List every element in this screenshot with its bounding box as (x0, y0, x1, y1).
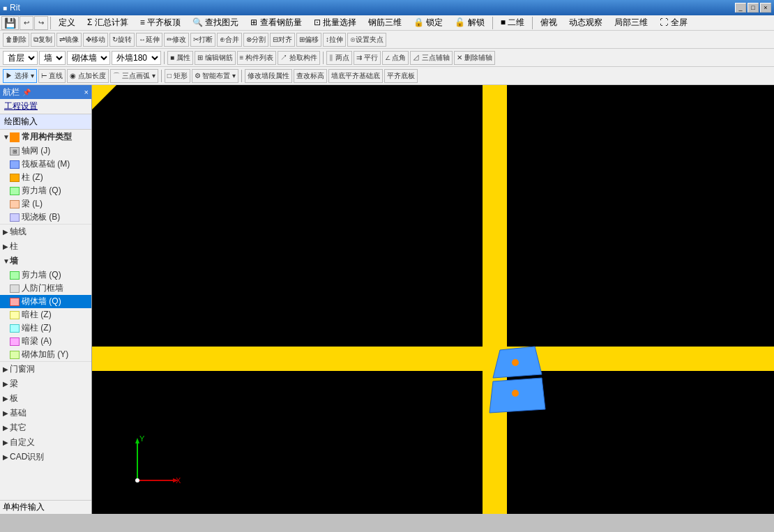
delete-btn[interactable]: 🗑删除 (3, 33, 29, 47)
extend-btn[interactable]: ↔延伸 (136, 33, 162, 47)
tree-root-wall[interactable]: ▼ 墙 (0, 254, 91, 268)
menu-steel-3d[interactable]: 钢筋三维 (363, 15, 407, 30)
check-elev-btn[interactable]: 查改标高 (294, 69, 327, 83)
tree-root-door[interactable]: ▶ 门窗洞 (0, 361, 91, 377)
rect-btn[interactable]: □ 矩形 (165, 69, 190, 83)
split-btn[interactable]: ⊗分割 (243, 33, 268, 47)
three-point-axis-btn[interactable]: ⊿ 三点辅轴 (410, 51, 453, 65)
tree-root-board2[interactable]: ▶ 板 (0, 391, 91, 406)
attr-btn[interactable]: ■ 属性 (167, 51, 193, 65)
tree-root-common[interactable]: ▼ 常用构件类型 (0, 130, 91, 144)
rotate-btn[interactable]: ↻旋转 (109, 33, 135, 47)
stretch-btn[interactable]: ↕拉伸 (323, 33, 346, 47)
tree-child-anliang[interactable]: 暗梁 (A) (0, 335, 91, 348)
bottom-input-btn[interactable]: 单构件输入 (0, 500, 91, 514)
tree-root-beam2[interactable]: ▶ 梁 (0, 377, 91, 391)
tree-child-shearwall[interactable]: 剪力墙 (Q) (0, 184, 91, 197)
menu-top-view[interactable]: 俯视 (535, 15, 563, 30)
set-handle-btn[interactable]: ⊙设置夹点 (347, 33, 386, 47)
mirror-btn[interactable]: ⇌镜像 (56, 33, 82, 47)
minimize-button[interactable]: _ (735, 3, 746, 13)
tree-root-foundation[interactable]: ▶ 基础 (0, 406, 91, 420)
mod-wall-attr-btn[interactable]: 修改墙段属性 (245, 69, 292, 83)
tree-child-beam[interactable]: 梁 (L) (0, 197, 91, 211)
point-len-btn[interactable]: ◉ 点加长度 (67, 69, 109, 83)
tree-root-cad[interactable]: ▶ CAD识别 (0, 450, 91, 464)
menu-dynamic[interactable]: 动态观察 (563, 15, 608, 30)
tree-child-shearwall2[interactable]: 剪力墙 (Q) (0, 268, 91, 282)
svg-point-3 (512, 390, 519, 397)
tree-child-duanzhu[interactable]: 端柱 (Z) (0, 321, 91, 335)
move-btn[interactable]: ✥移动 (83, 33, 108, 47)
tree-root-custom[interactable]: ▶ 自定义 (0, 435, 91, 450)
menu-2d[interactable]: ■ 二维 (495, 15, 531, 30)
menu-batch-select[interactable]: ⊡ 批量选择 (308, 15, 362, 30)
tree-child-anzu[interactable]: 暗柱 (Z) (0, 308, 91, 321)
select-btn[interactable]: ▶ 选择 ▾ (3, 69, 37, 83)
menu-define[interactable]: 定义 (53, 15, 81, 30)
parallel-btn[interactable]: ⇉ 平行 (354, 51, 381, 65)
two-point-btn[interactable]: ∥ 两点 (326, 51, 352, 65)
menu-find[interactable]: 🔍 查找图元 (187, 15, 244, 30)
align-floor-btn[interactable]: 平齐底板 (384, 69, 418, 83)
three-arc-btn[interactable]: ⌒ 三点画弧 ▾ (110, 69, 158, 83)
sep2 (492, 17, 493, 29)
del-axis-btn[interactable]: ✕ 删除辅轴 (454, 51, 495, 65)
pick-part-btn[interactable]: ↗ 拾取构件 (278, 51, 320, 65)
menu-fullscreen[interactable]: ⛶ 全屏 (654, 15, 692, 30)
wall-spec-select[interactable]: 外墙180 (112, 51, 161, 65)
svg-text:X: X (176, 476, 181, 485)
svg-text:Y: Y (139, 435, 145, 443)
offset-btn[interactable]: ⊞偏移 (296, 33, 321, 47)
edit-steel-btn[interactable]: ⊞ 编辑钢筋 (195, 51, 236, 65)
floor-select[interactable]: 首层 二层 (3, 51, 38, 65)
break-btn[interactable]: ✂打断 (190, 33, 215, 47)
nav-close[interactable]: × (84, 88, 89, 96)
main-layout: 航栏 📌 × 工程设置 绘图输入 ▼ 常用构件类型 ⊞ 轴网 (J) 筏板基础 … (0, 85, 774, 514)
maximize-button[interactable]: □ (748, 3, 759, 13)
blue-shapes-svg (479, 343, 549, 427)
tree-child-raftslab[interactable]: 筏板基础 (M) (0, 158, 91, 171)
canvas-area[interactable]: Y X (92, 85, 774, 514)
nav-pin: 📌 (22, 89, 31, 96)
part-list-btn[interactable]: ≡ 构件列表 (237, 51, 277, 65)
sep3 (532, 17, 533, 29)
merge-btn[interactable]: ⊕合并 (217, 33, 242, 47)
tree-root-other[interactable]: ▶ 其它 (0, 420, 91, 435)
wall-base-btn[interactable]: 墙底平齐基础底 (328, 69, 383, 83)
menu-view-steel[interactable]: ⊞ 查看钢筋量 (245, 15, 307, 30)
tree-root-axis[interactable]: ▶ 轴线 (0, 224, 91, 239)
redo-btn[interactable]: ↪ (34, 16, 48, 30)
project-settings-link[interactable]: 工程设置 (0, 99, 91, 114)
tree-root-col2[interactable]: ▶ 柱 (0, 239, 91, 254)
modify-btn[interactable]: ✏修改 (164, 33, 189, 47)
smart-layout-btn[interactable]: ⚙ 智能布置 ▾ (192, 69, 239, 83)
undo-btn[interactable]: ↩ (20, 16, 33, 30)
tree-child-zhouwang[interactable]: ⊞ 轴网 (J) (0, 144, 91, 158)
point-angle-btn[interactable]: ∠ 点角 (382, 51, 409, 65)
menu-bar: 💾 ↩ ↪ 定义 Σ 汇总计算 ≡ 平齐板顶 🔍 查找图元 ⊞ 查看钢筋量 ⊡ … (0, 15, 774, 31)
nav-header: 航栏 📌 × (0, 85, 91, 99)
tree-child-bricksteel[interactable]: 砌体加筋 (Y) (0, 348, 91, 361)
copy-btn[interactable]: ⧉复制 (31, 33, 55, 47)
menu-unlock[interactable]: 🔓 解锁 (449, 15, 490, 30)
drawing-input-link[interactable]: 绘图输入 (0, 114, 91, 130)
menu-sum[interactable]: Σ 汇总计算 (82, 15, 134, 30)
align-btn[interactable]: ⊟对齐 (270, 33, 295, 47)
sep-t2-1 (164, 52, 165, 64)
menu-local-3d[interactable]: 局部三维 (609, 15, 653, 30)
close-button[interactable]: × (760, 3, 771, 13)
tree-child-castslab[interactable]: 现浇板 (B) (0, 211, 91, 224)
tree-container: ▼ 常用构件类型 ⊞ 轴网 (J) 筏板基础 (M) 柱 (Z) 剪力墙 (Q) (0, 130, 91, 500)
tree-child-brickwall[interactable]: 砌体墙 (Q) (0, 295, 91, 308)
quick-save-btn[interactable]: 💾 (1, 16, 19, 30)
title-text: Rit (10, 3, 20, 13)
v-wall-left (483, 85, 507, 514)
menu-lock[interactable]: 🔒 锁定 (408, 15, 448, 30)
tree-child-civildef[interactable]: 人防门框墙 (0, 282, 91, 295)
wall-type-select[interactable]: 砌体墙 (67, 51, 110, 65)
menu-align-top[interactable]: ≡ 平齐板顶 (135, 15, 186, 30)
line-btn[interactable]: ⊢ 直线 (38, 69, 66, 83)
tree-child-col[interactable]: 柱 (Z) (0, 171, 91, 184)
element-select[interactable]: 墙 (39, 51, 66, 65)
